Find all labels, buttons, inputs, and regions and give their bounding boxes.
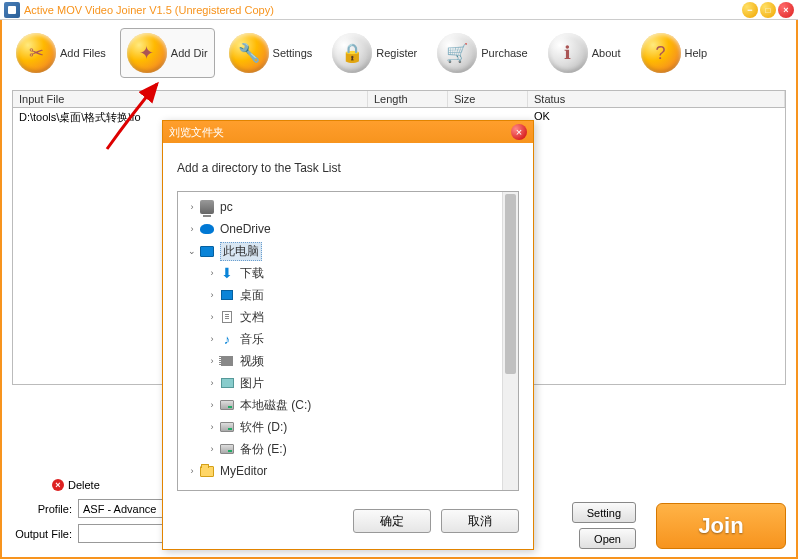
window-title: Active MOV Video Joiner V1.5 (Unregister… (24, 4, 742, 16)
tree-node-pic[interactable]: ›图片 (178, 372, 518, 394)
expander-icon[interactable]: › (186, 224, 198, 234)
folder-icon (198, 462, 216, 480)
folder-tree: ›pc›OneDrive⌄此电脑›⬇下载›桌面›文档›♪音乐›视频›图片›本地磁… (177, 191, 519, 491)
settings-label: Settings (273, 47, 313, 59)
register-label: Register (376, 47, 417, 59)
dialog-prompt: Add a directory to the Task List (177, 161, 519, 175)
od-icon (198, 220, 216, 238)
expander-icon[interactable]: › (186, 202, 198, 212)
ok-button[interactable]: 确定 (353, 509, 431, 533)
col-status[interactable]: Status (528, 91, 785, 107)
expander-icon[interactable]: › (206, 312, 218, 322)
info-icon: ℹ (548, 33, 588, 73)
output-file-label: Output File: (12, 528, 72, 540)
expander-icon[interactable]: › (206, 378, 218, 388)
tree-node-label: 图片 (240, 375, 264, 392)
doc-icon (218, 308, 236, 326)
disk-icon (218, 440, 236, 458)
register-button[interactable]: 🔒 Register (326, 29, 423, 77)
expander-icon[interactable]: › (206, 290, 218, 300)
pic-icon (218, 374, 236, 392)
add-dir-button[interactable]: ✦ Add Dir (120, 28, 215, 78)
close-button[interactable] (778, 2, 794, 18)
tree-node-music[interactable]: ›♪音乐 (178, 328, 518, 350)
tree-node-disk[interactable]: ›备份 (E:) (178, 438, 518, 460)
dialog-buttons: 确定 取消 (163, 499, 533, 543)
tree-node-label: 备份 (E:) (240, 441, 287, 458)
expander-icon[interactable]: › (206, 334, 218, 344)
join-button[interactable]: Join (656, 503, 786, 549)
tree-node-dl[interactable]: ›⬇下载 (178, 262, 518, 284)
dialog-title: 刘览文件夹 (169, 125, 511, 140)
about-label: About (592, 47, 621, 59)
expander-icon[interactable]: › (206, 268, 218, 278)
tree-node-label: 视频 (240, 353, 264, 370)
help-button[interactable]: ? Help (635, 29, 714, 77)
expander-icon[interactable]: › (186, 466, 198, 476)
open-button[interactable]: Open (579, 528, 636, 549)
tree-node-desk[interactable]: ›桌面 (178, 284, 518, 306)
col-size[interactable]: Size (448, 91, 528, 107)
tree-node-od[interactable]: ›OneDrive (178, 218, 518, 240)
col-input-file[interactable]: Input File (13, 91, 368, 107)
desk-icon (218, 286, 236, 304)
maximize-button[interactable] (760, 2, 776, 18)
tree-node-pc[interactable]: ›pc (178, 196, 518, 218)
folder-icon: ✦ (127, 33, 167, 73)
table-header: Input File Length Size Status (13, 91, 785, 108)
disk-icon (218, 396, 236, 414)
dialog-titlebar: 刘览文件夹 × (163, 121, 533, 143)
dl-icon: ⬇ (218, 264, 236, 282)
purchase-button[interactable]: 🛒 Purchase (431, 29, 533, 77)
dialog-body: Add a directory to the Task List ›pc›One… (163, 143, 533, 499)
pc-icon (198, 198, 216, 216)
expander-icon[interactable]: › (206, 444, 218, 454)
tree-node-video[interactable]: ›视频 (178, 350, 518, 372)
tree-node-label: 音乐 (240, 331, 264, 348)
delete-button[interactable]: × Delete (52, 479, 100, 491)
window-buttons (742, 2, 794, 18)
tree-node-label: pc (220, 200, 233, 214)
settings-button[interactable]: 🔧 Settings (223, 29, 319, 77)
purchase-label: Purchase (481, 47, 527, 59)
app-icon (4, 2, 20, 18)
tree-node-mon[interactable]: ⌄此电脑 (178, 240, 518, 262)
mon-icon (198, 242, 216, 260)
scroll-thumb[interactable] (505, 194, 516, 374)
disk-icon (218, 418, 236, 436)
toolbar: ✂ Add Files ✦ Add Dir 🔧 Settings 🔒 Regis… (2, 20, 796, 90)
tree-node-label: OneDrive (220, 222, 271, 236)
tree-node-label: 本地磁盘 (C:) (240, 397, 311, 414)
minimize-button[interactable] (742, 2, 758, 18)
dialog-close-button[interactable]: × (511, 124, 527, 140)
browse-folder-dialog: 刘览文件夹 × Add a directory to the Task List… (162, 120, 534, 550)
expander-icon[interactable]: › (206, 400, 218, 410)
tree-node-label: 此电脑 (220, 242, 262, 261)
delete-icon: × (52, 479, 64, 491)
lock-icon: 🔒 (332, 33, 372, 73)
tree-node-folder[interactable]: ›MyEditor (178, 460, 518, 482)
tree-node-label: 下载 (240, 265, 264, 282)
wrench-icon: 🔧 (229, 33, 269, 73)
tree-node-doc[interactable]: ›文档 (178, 306, 518, 328)
tree-node-label: 文档 (240, 309, 264, 326)
expander-icon[interactable]: › (206, 422, 218, 432)
expander-icon[interactable]: › (206, 356, 218, 366)
titlebar: Active MOV Video Joiner V1.5 (Unregister… (0, 0, 798, 20)
tree-node-label: 桌面 (240, 287, 264, 304)
cancel-button[interactable]: 取消 (441, 509, 519, 533)
tree-list: ›pc›OneDrive⌄此电脑›⬇下载›桌面›文档›♪音乐›视频›图片›本地磁… (178, 192, 518, 486)
film-icon: ✂ (16, 33, 56, 73)
about-button[interactable]: ℹ About (542, 29, 627, 77)
expander-icon[interactable]: ⌄ (186, 246, 198, 256)
tree-node-label: 软件 (D:) (240, 419, 287, 436)
tree-node-disk[interactable]: ›软件 (D:) (178, 416, 518, 438)
setting-button[interactable]: Setting (572, 502, 636, 523)
delete-label: Delete (68, 479, 100, 491)
scrollbar[interactable] (502, 192, 518, 490)
tree-node-disk[interactable]: ›本地磁盘 (C:) (178, 394, 518, 416)
music-icon: ♪ (218, 330, 236, 348)
tree-node-label: MyEditor (220, 464, 267, 478)
col-length[interactable]: Length (368, 91, 448, 107)
add-files-button[interactable]: ✂ Add Files (10, 29, 112, 77)
